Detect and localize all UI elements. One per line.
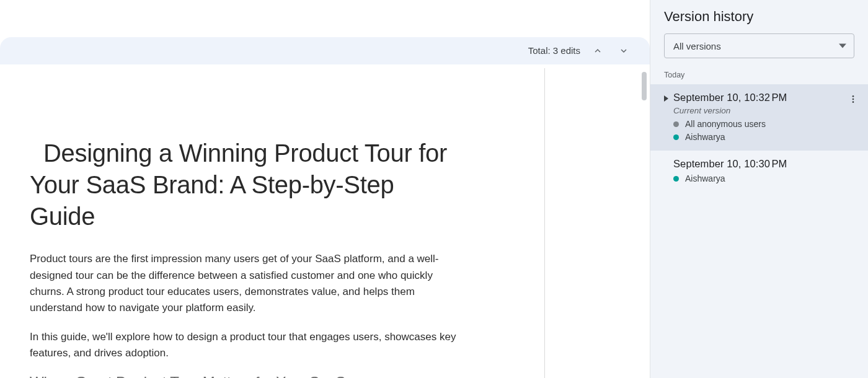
edits-summary-bar: Total: 3 edits [0, 37, 650, 64]
version-editor: Aishwarya [673, 174, 858, 183]
version-filter-dropdown[interactable]: All versions [664, 33, 854, 58]
editor-name: All anonymous users [685, 119, 766, 129]
version-subtitle: Current version [673, 106, 858, 115]
strikethrough-heading: Why a Great Product Tour Matters for You… [30, 374, 459, 378]
chevron-down-icon [618, 45, 629, 56]
version-editor: All anonymous users [673, 119, 858, 129]
editor-color-dot [673, 121, 679, 127]
caret-spacer [664, 161, 668, 167]
sidebar-title: Version history [650, 9, 868, 33]
svg-point-1 [852, 99, 854, 100]
version-history-sidebar: Version history All versions Today Septe… [650, 0, 868, 378]
next-edit-button[interactable] [615, 42, 632, 59]
scrollbar-thumb[interactable] [642, 72, 647, 100]
chevron-up-icon [592, 45, 603, 56]
svg-point-0 [852, 95, 854, 97]
main-pane: Total: 3 edits Designing a Winning Produ… [0, 0, 650, 378]
top-spacer [0, 0, 650, 37]
version-item-current[interactable]: September 10, 10:32 PM Current version A… [650, 84, 868, 151]
expand-caret-icon[interactable] [664, 95, 668, 102]
version-item[interactable]: September 10, 10:30 PM Aishwarya [650, 151, 868, 192]
version-more-button[interactable] [846, 92, 861, 107]
editor-name: Aishwarya [685, 174, 725, 183]
version-group-label: Today [650, 67, 868, 84]
prev-edit-button[interactable] [589, 42, 606, 59]
document-area: Designing a Winning Product Tour for You… [0, 64, 650, 378]
version-timestamp: September 10, 10:30 PM [673, 158, 787, 170]
version-editor: Aishwarya [673, 132, 858, 142]
document-paragraph: Product tours are the first impression m… [30, 251, 459, 316]
editor-color-dot [673, 176, 679, 182]
right-margin-rule [544, 68, 545, 378]
total-edits-label: Total: 3 edits [528, 45, 580, 56]
document-title: Designing a Winning Product Tour for You… [30, 138, 459, 233]
version-timestamp: September 10, 10:32 PM [673, 92, 787, 103]
editor-color-dot [673, 134, 679, 140]
version-filter-label: All versions [673, 41, 721, 51]
caret-down-icon [839, 42, 846, 50]
editor-name: Aishwarya [685, 132, 725, 142]
svg-point-2 [852, 101, 854, 103]
more-vertical-icon [848, 94, 858, 104]
document-paragraph: In this guide, we'll explore how to desi… [30, 329, 459, 362]
